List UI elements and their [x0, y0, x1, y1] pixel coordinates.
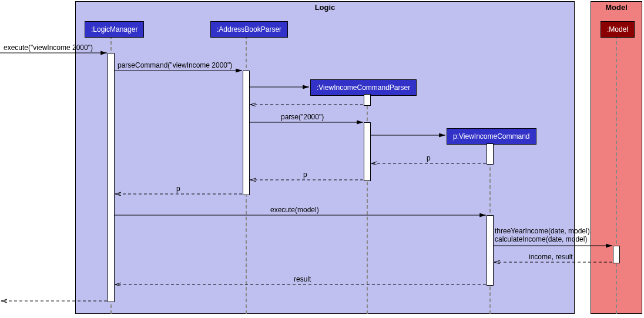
msg-threeyear-calc: threeYearIncome(date, model), calculateI…: [495, 227, 595, 243]
msg-parse-2000: parse("2000"): [281, 113, 324, 121]
model-frame-title: Model: [601, 2, 632, 13]
participant-logic-manager: :LogicManager: [85, 21, 144, 38]
activation-viewincome-command-1: [487, 143, 494, 165]
logic-frame: Logic: [75, 1, 575, 314]
logic-frame-title: Logic: [310, 2, 340, 13]
participant-addressbook-parser: :AddressBookParser: [210, 21, 288, 38]
lifeline-model: [616, 35, 617, 314]
msg-execute-model: execute(model): [270, 206, 319, 214]
activation-viewincome-command-2: [487, 215, 494, 286]
msg-income-result: income, result: [529, 253, 573, 261]
participant-model: :Model: [601, 21, 635, 38]
participant-viewincome-command: p:ViewIncomeCommand: [447, 128, 536, 145]
activation-logic-manager: [108, 53, 115, 302]
msg-return-p-3: p: [176, 185, 180, 193]
msg-execute-viewincome: execute("viewIncome 2000"): [4, 43, 93, 52]
msg-return-p-1: p: [427, 154, 431, 162]
activation-viewincome-parser-1: [364, 94, 371, 106]
msg-result: result: [294, 275, 311, 283]
activation-model: [613, 246, 620, 263]
msg-parsecommand: parseCommand("viewIncome 2000"): [118, 61, 232, 69]
activation-viewincome-parser-2: [364, 122, 371, 181]
msg-return-p-2: p: [303, 170, 307, 179]
participant-viewincome-parser: :ViewIncomeCommandParser: [310, 79, 417, 96]
activation-addressbook-parser: [243, 71, 250, 195]
